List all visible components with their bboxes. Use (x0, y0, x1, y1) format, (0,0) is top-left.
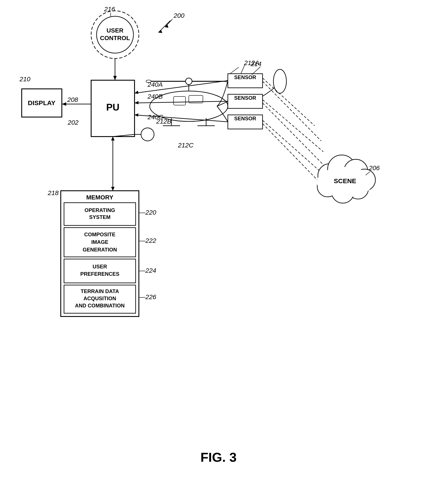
svg-text:214: 214 (250, 60, 261, 67)
svg-text:OPERATING: OPERATING (85, 207, 115, 213)
svg-point-2 (273, 69, 286, 93)
svg-text:200: 200 (173, 12, 184, 19)
svg-text:CONTROL: CONTROL (100, 35, 130, 41)
svg-text:—226: —226 (139, 293, 156, 300)
svg-text:DISPLAY: DISPLAY (28, 99, 55, 106)
svg-rect-12 (174, 96, 186, 105)
svg-text:PU: PU (106, 102, 119, 113)
svg-text:FIG. 3: FIG. 3 (200, 450, 237, 465)
svg-text:USER: USER (107, 27, 123, 34)
svg-text:TERRAIN DATA: TERRAIN DATA (81, 288, 119, 294)
svg-text:208: 208 (67, 96, 78, 103)
svg-text:210: 210 (19, 76, 30, 83)
svg-text:AND COMBINATION: AND COMBINATION (75, 303, 125, 308)
svg-point-5 (186, 78, 192, 85)
svg-text:.: . (245, 101, 246, 105)
svg-text:USER: USER (93, 264, 107, 269)
svg-text:.: . (245, 80, 246, 84)
svg-point-74 (141, 128, 154, 141)
svg-text:.: . (245, 122, 246, 125)
svg-text:SENSOR: SENSOR (234, 115, 256, 121)
svg-text:240B: 240B (147, 93, 163, 100)
svg-text:—224: —224 (139, 267, 156, 274)
svg-text:—222: —222 (139, 237, 156, 244)
svg-text:SYSTEM: SYSTEM (89, 214, 111, 220)
svg-text:SENSOR: SENSOR (234, 95, 256, 101)
svg-text:218: 218 (48, 189, 59, 196)
svg-text:206: 206 (369, 164, 380, 171)
svg-text:240C: 240C (147, 113, 163, 121)
svg-text:COMPOSITE: COMPOSITE (84, 231, 115, 237)
svg-text:—220: —220 (139, 209, 156, 216)
svg-text:SENSOR: SENSOR (234, 74, 256, 80)
svg-text:PREFERENCES: PREFERENCES (80, 271, 119, 277)
svg-text:240A: 240A (147, 81, 163, 88)
svg-text:GENERATION: GENERATION (83, 247, 117, 253)
svg-text:216: 216 (104, 5, 115, 13)
svg-text:202: 202 (68, 119, 79, 126)
diagram-container: SENSOR . SENSOR . SENSOR . (0, 0, 437, 504)
svg-text:212C: 212C (178, 142, 194, 149)
svg-text:ACQUSITION: ACQUSITION (84, 295, 116, 301)
svg-text:SCENE: SCENE (334, 177, 356, 184)
svg-text:IMAGE: IMAGE (91, 239, 109, 245)
svg-text:MEMORY: MEMORY (86, 194, 113, 201)
